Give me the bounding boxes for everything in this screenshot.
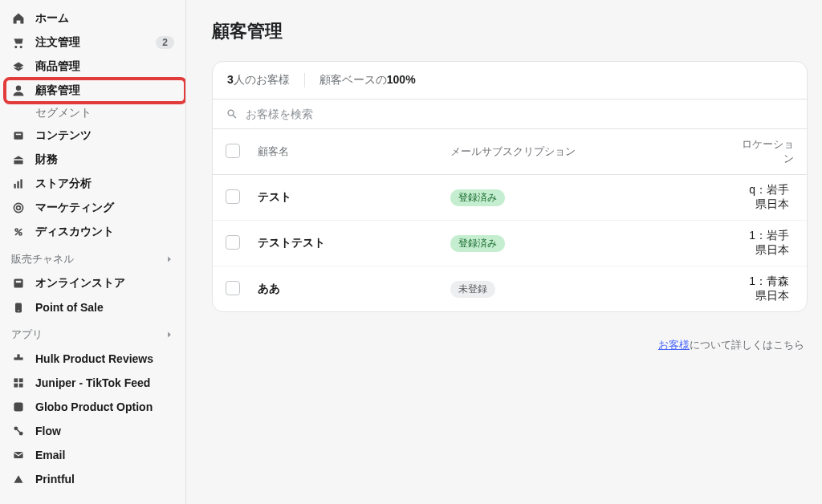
select-all-checkbox[interactable] xyxy=(226,144,240,158)
sidebar-app-printful[interactable]: Printful xyxy=(0,467,185,491)
cell-location: q：岩手県日本 xyxy=(739,183,794,212)
pos-icon xyxy=(11,300,26,315)
sidebar-app-email[interactable]: Email xyxy=(0,443,185,467)
sidebar-item-label: Point of Sale xyxy=(35,301,174,314)
summary-bar: 3人のお客様 顧客ベースの100% xyxy=(213,62,807,100)
section-apps[interactable]: アプリ xyxy=(0,319,185,347)
sidebar-item-label: Juniper - TikTok Feed xyxy=(35,376,174,389)
sidebar-app-globo[interactable]: Globo Product Option xyxy=(0,395,185,419)
svg-rect-12 xyxy=(16,281,21,282)
sidebar-channel-pos[interactable]: Point of Sale xyxy=(0,295,185,319)
svg-rect-16 xyxy=(14,357,22,360)
chevron-right-icon xyxy=(165,254,174,264)
analytics-icon xyxy=(11,177,26,191)
sidebar-item-home[interactable]: ホーム xyxy=(0,6,185,30)
sidebar-item-label: コンテンツ xyxy=(35,128,174,143)
sidebar-highlight: 顧客管理 xyxy=(0,79,185,103)
sidebar-item-label: ストア分析 xyxy=(35,177,174,191)
svg-line-10 xyxy=(15,229,22,235)
help-link[interactable]: お客様 xyxy=(658,339,690,351)
sidebar-channel-onlinestore[interactable]: オンラインストア xyxy=(0,271,185,295)
svg-rect-4 xyxy=(17,181,18,189)
sidebar-app-flow[interactable]: Flow xyxy=(0,419,185,443)
table-header: 顧客名 メールサブスクリプション ロケーション xyxy=(213,129,807,175)
sidebar-item-discounts[interactable]: ディスカウント xyxy=(0,220,185,244)
sidebar-app-juniper[interactable]: Juniper - TikTok Feed xyxy=(0,371,185,395)
sidebar-item-label: Flow xyxy=(35,425,174,437)
sidebar-item-analytics[interactable]: ストア分析 xyxy=(0,172,185,196)
chevron-right-icon xyxy=(165,330,174,339)
onlinestore-icon xyxy=(11,276,26,291)
content-icon xyxy=(11,128,26,143)
app-email-icon xyxy=(11,448,26,462)
sidebar-item-orders[interactable]: 注文管理 2 xyxy=(0,30,185,55)
sidebar: ホーム 注文管理 2 商品管理 顧客管理 セグメント xyxy=(0,0,186,504)
sidebar-subitem-segments[interactable]: セグメント xyxy=(0,103,185,124)
cell-subscription: 未登録 xyxy=(450,281,739,298)
sidebar-item-customers[interactable]: 顧客管理 xyxy=(0,79,185,103)
search-input[interactable] xyxy=(246,108,794,120)
cell-location: 1：青森県日本 xyxy=(739,274,794,303)
cell-name: ああ xyxy=(258,282,450,296)
svg-point-14 xyxy=(18,310,19,311)
row-checkbox[interactable] xyxy=(226,281,240,295)
sidebar-item-label: ディスカウント xyxy=(35,225,174,239)
sidebar-item-label: 注文管理 xyxy=(35,35,156,50)
footer-help: お客様について詳しくはこちら xyxy=(212,327,808,352)
sidebar-item-products[interactable]: 商品管理 xyxy=(0,55,185,79)
svg-rect-11 xyxy=(14,278,22,287)
table-row[interactable]: テストテスト 登録済み 1：岩手県日本 xyxy=(213,221,807,266)
svg-rect-1 xyxy=(14,132,22,140)
svg-rect-21 xyxy=(14,402,22,411)
cell-location: 1：岩手県日本 xyxy=(739,229,794,258)
orders-icon xyxy=(11,35,26,50)
status-badge: 未登録 xyxy=(450,281,495,298)
main-content: 顧客管理 3人のお客様 顧客ベースの100% 顧客名 メールサブスクリプション … xyxy=(186,0,822,504)
svg-rect-24 xyxy=(14,452,22,458)
row-checkbox[interactable] xyxy=(226,189,240,204)
svg-point-7 xyxy=(17,206,21,210)
svg-line-27 xyxy=(233,115,236,118)
sidebar-item-label: Hulk Product Reviews xyxy=(35,352,174,365)
sidebar-item-finances[interactable]: 財務 xyxy=(0,148,185,172)
svg-rect-18 xyxy=(19,378,23,382)
section-label: 販売チャネル xyxy=(11,252,165,266)
sidebar-app-hulk[interactable]: Hulk Product Reviews xyxy=(0,347,185,371)
app-globo-icon xyxy=(11,400,26,414)
svg-rect-2 xyxy=(16,134,21,136)
sidebar-item-label: 商品管理 xyxy=(35,59,174,74)
sidebar-subitem-label: セグメント xyxy=(35,106,92,119)
cell-name: テストテスト xyxy=(258,236,450,250)
cell-name: テスト xyxy=(258,190,450,205)
section-label: アプリ xyxy=(11,327,165,342)
col-subscription: メールサブスクリプション xyxy=(450,144,739,159)
app-hulk-icon xyxy=(11,352,26,366)
finances-icon xyxy=(11,152,26,167)
row-checkbox[interactable] xyxy=(226,235,240,250)
col-location: ロケーション xyxy=(739,137,794,166)
app-printful-icon xyxy=(11,472,26,486)
sidebar-item-label: Printful xyxy=(35,473,174,486)
svg-rect-20 xyxy=(19,384,23,388)
col-name: 顧客名 xyxy=(258,144,450,159)
help-text: について詳しくはこちら xyxy=(690,339,804,351)
table-row[interactable]: テスト 登録済み q：岩手県日本 xyxy=(213,175,807,221)
svg-point-8 xyxy=(15,229,18,231)
status-badge: 登録済み xyxy=(450,189,505,206)
sidebar-item-label: Email xyxy=(35,449,174,461)
orders-badge: 2 xyxy=(156,36,174,49)
sidebar-item-label: マーケティング xyxy=(35,201,174,215)
sidebar-item-marketing[interactable]: マーケティング xyxy=(0,196,185,220)
app-juniper-icon xyxy=(11,376,26,390)
svg-marker-25 xyxy=(14,475,22,483)
table-row[interactable]: ああ 未登録 1：青森県日本 xyxy=(213,266,807,311)
section-channels[interactable]: 販売チャネル xyxy=(0,244,185,271)
sidebar-item-content[interactable]: コンテンツ xyxy=(0,124,185,148)
summary-base: 顧客ベースの100% xyxy=(319,73,416,87)
sidebar-item-label: オンラインストア xyxy=(35,276,174,291)
sidebar-item-label: 財務 xyxy=(35,152,174,167)
svg-point-9 xyxy=(19,233,22,235)
divider xyxy=(304,73,305,87)
svg-rect-17 xyxy=(14,378,18,382)
svg-rect-3 xyxy=(14,184,15,189)
